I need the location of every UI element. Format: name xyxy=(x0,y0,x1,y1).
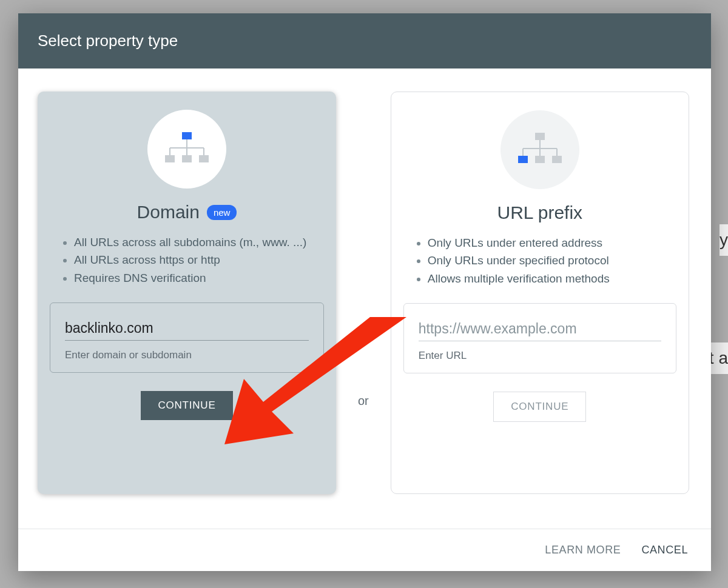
property-type-dialog: Select property type Domain new xyxy=(18,13,711,571)
url-title-row: URL prefix xyxy=(497,202,582,223)
url-features: Only URLs under entered address Only URL… xyxy=(403,234,676,287)
dialog-title: Select property type xyxy=(18,13,711,68)
svg-rect-15 xyxy=(518,156,528,163)
feature-item: Allows multiple verification methods xyxy=(428,270,676,287)
url-prefix-card[interactable]: URL prefix Only URLs under entered addre… xyxy=(391,92,689,494)
feature-item: Requires DNS verification xyxy=(74,269,324,287)
domain-input[interactable] xyxy=(65,316,309,341)
domain-card[interactable]: Domain new All URLs across all subdomain… xyxy=(38,92,336,494)
svg-rect-6 xyxy=(165,155,175,162)
svg-rect-7 xyxy=(182,155,192,162)
backdrop-text: t a xyxy=(709,342,728,374)
cancel-button[interactable]: CANCEL xyxy=(641,544,688,556)
url-input-box: Enter URL xyxy=(403,303,676,373)
backdrop-text: y xyxy=(720,224,728,256)
dialog-body: Domain new All URLs across all subdomain… xyxy=(18,68,711,529)
svg-rect-17 xyxy=(552,156,562,163)
url-continue-button[interactable]: CONTINUE xyxy=(493,392,586,422)
feature-item: Only URLs under entered address xyxy=(428,234,676,252)
domain-continue-button[interactable]: CONTINUE xyxy=(141,391,232,420)
url-input-helper: Enter URL xyxy=(419,350,661,362)
feature-item: Only URLs under specified protocol xyxy=(428,252,676,269)
url-prefix-title: URL prefix xyxy=(497,202,582,223)
url-input[interactable] xyxy=(419,317,661,341)
new-badge: new xyxy=(207,205,237,220)
feature-item: All URLs across https or http xyxy=(74,251,324,269)
domain-features: All URLs across all subdomains (m., www.… xyxy=(50,233,324,287)
svg-rect-16 xyxy=(535,156,545,163)
domain-input-box: Enter domain or subdomain xyxy=(50,302,324,373)
domain-input-helper: Enter domain or subdomain xyxy=(65,349,309,361)
sitemap-icon xyxy=(500,110,579,189)
feature-item: All URLs across all subdomains (m., www.… xyxy=(74,233,324,251)
svg-rect-8 xyxy=(199,155,209,162)
svg-rect-0 xyxy=(182,132,192,139)
or-separator: or xyxy=(358,212,369,408)
domain-title: Domain xyxy=(137,202,200,222)
sitemap-icon xyxy=(147,110,226,189)
domain-title-row: Domain new xyxy=(137,202,237,222)
svg-rect-9 xyxy=(535,133,545,140)
learn-more-link[interactable]: LEARN MORE xyxy=(545,544,621,556)
dialog-footer: LEARN MORE CANCEL xyxy=(18,529,711,571)
